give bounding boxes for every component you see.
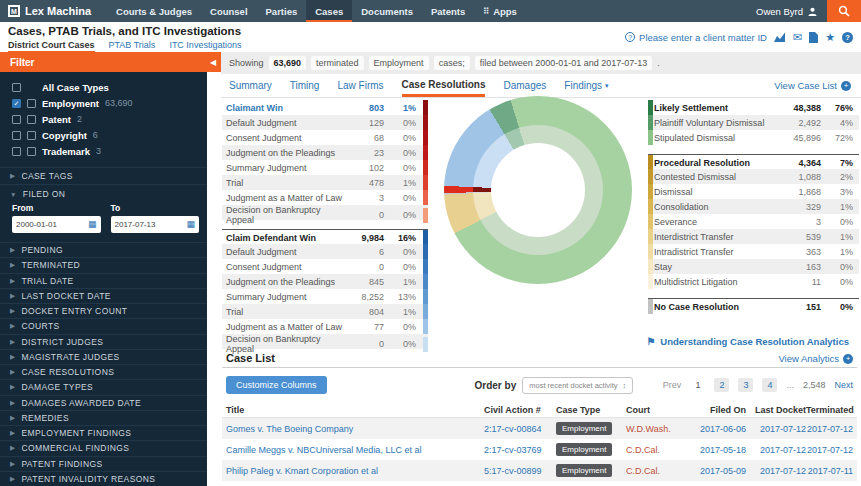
resolution-row-contested-dismissal[interactable]: Contested Dismissal1,0882% (648, 169, 859, 184)
order-by-select[interactable]: most recent docket activity ↕ (522, 377, 633, 394)
brand-logo[interactable]: M Lex Machina (8, 5, 91, 17)
case-type-trademark[interactable]: Trademark3 (0, 143, 207, 159)
resolution-row-interdistrict-transfer[interactable]: Interdistrict Transfer5391% (648, 229, 859, 244)
resolution-row-default-judgment[interactable]: Default Judgment1290% (222, 115, 428, 130)
pagination-prev[interactable]: Prev (663, 380, 682, 390)
civil-action-link[interactable]: 2:17-cv-03769 (484, 445, 556, 455)
calendar-icon[interactable]: ▦ (88, 220, 97, 229)
filed-from-input[interactable]: 2000-01-01 ▦ (12, 216, 101, 233)
resolution-row-decision-on-bankruptcy-appeal[interactable]: Decision on Bankruptcy Appeal00% (222, 334, 428, 349)
search-button[interactable] (827, 0, 861, 22)
resolution-row-stipulated-dismissal[interactable]: Stipulated Dismissal45,89672% (648, 130, 859, 145)
nav-item-counsel[interactable]: Counsel (201, 0, 256, 22)
case-title-link[interactable]: Philip Paleg v. Kmart Corporation et al (226, 466, 484, 476)
resolution-row-consent-judgment[interactable]: Consent Judgment00% (222, 259, 428, 274)
email-icon[interactable]: ✉ (793, 32, 802, 43)
sidebar-section-last-docket-date[interactable]: ▶LAST DOCKET DATE (0, 288, 207, 303)
nav-item-courts-judges[interactable]: Courts & Judges (107, 0, 201, 22)
resolution-row-summary-judgment[interactable]: Summary Judgment8,25213% (222, 289, 428, 304)
case-type-copyright[interactable]: Copyright6 (0, 127, 207, 143)
sidebar-section-pending[interactable]: ▶PENDING (0, 242, 207, 257)
court-link[interactable]: C.D.Cal. (626, 445, 688, 455)
court-link[interactable]: C.D.Cal. (626, 466, 688, 476)
filter-chip-terminated[interactable]: terminated (311, 56, 364, 70)
sidebar-section-magistrate-judges[interactable]: ▶MAGISTRATE JUDGES (0, 349, 207, 364)
customize-columns-button[interactable]: Customize Columns (226, 376, 327, 394)
case-title-link[interactable]: Camille Meggs v. NBCUniversal Media, LLC… (226, 445, 484, 455)
filed-on-header[interactable]: ▼ FILED ON (0, 185, 207, 202)
terminated-link[interactable]: 2017-07-12 (806, 445, 853, 455)
understanding-analytics-link[interactable]: ⚑ Understanding Case Resolution Analytic… (646, 336, 849, 347)
view-analytics-link[interactable]: View Analytics + (778, 353, 853, 364)
case-resolutions-donut-chart[interactable] (444, 96, 632, 284)
tab-summary[interactable]: Summary (229, 74, 272, 97)
include-checkbox[interactable] (12, 83, 21, 92)
sidebar-section-damages-awarded-date[interactable]: ▶DAMAGES AWARDED DATE (0, 395, 207, 410)
resolution-group-claim-defendant-win[interactable]: Claim Defendant Win9,98416% (222, 229, 428, 244)
resolution-row-plaintiff-voluntary-dismissal[interactable]: Plaintiff Voluntary Dismissal2,4924% (648, 115, 859, 130)
sidebar-section-employment-findings[interactable]: ▶EMPLOYMENT FINDINGS (0, 425, 207, 440)
sidebar-section-case-resolutions[interactable]: ▶CASE RESOLUTIONS (0, 364, 207, 379)
nav-item-parties[interactable]: Parties (257, 0, 307, 22)
sidebar-section-patent-invalidity-reasons[interactable]: ▶PATENT INVALIDITY REASONS (0, 471, 207, 486)
nav-item-documents[interactable]: Documents (352, 0, 422, 22)
terminated-link[interactable]: 2017-07-11 (806, 466, 853, 476)
filed-to-input[interactable]: 2017-07-13 ▦ (111, 216, 200, 233)
resolution-group-likely-settlement[interactable]: Likely Settlement48,38876% (648, 100, 859, 115)
case-title-link[interactable]: Gomes v. The Boeing Company (226, 424, 484, 434)
resolution-group-no-case-resolution[interactable]: No Case Resolution1510% (648, 298, 859, 313)
pagination-page-2[interactable]: 2 (714, 378, 729, 392)
last-docket-link[interactable]: 2017-07-12 (746, 466, 806, 476)
resolution-row-intradistrict-transfer[interactable]: Intradistrict Transfer3631% (648, 244, 859, 259)
case-type-employment[interactable]: ✓Employment63,690 (0, 95, 207, 111)
resolution-group-procedural-resolution[interactable]: Procedural Resolution4,3647% (648, 154, 859, 169)
include-checkbox[interactable] (12, 115, 21, 124)
exclude-checkbox[interactable] (27, 147, 36, 156)
resolution-row-judgment-on-the-pleadings[interactable]: Judgment on the Pleadings8451% (222, 274, 428, 289)
terminated-link[interactable]: 2017-07-12 (806, 424, 853, 434)
last-docket-link[interactable]: 2017-07-12 (746, 445, 806, 455)
resolution-row-judgment-as-a-matter-of-law[interactable]: Judgment as a Matter of Law770% (222, 319, 428, 334)
exclude-checkbox[interactable] (27, 115, 36, 124)
sidebar-section-terminated[interactable]: ▶TERMINATED (0, 257, 207, 272)
sidebar-section-remedies[interactable]: ▶REMEDIES (0, 410, 207, 425)
filed-on-link[interactable]: 2017-05-18 (688, 445, 746, 455)
last-docket-link[interactable]: 2017-07-12 (746, 424, 806, 434)
sidebar-section-commercial-findings[interactable]: ▶COMMERCIAL FINDINGS (0, 440, 207, 455)
civil-action-link[interactable]: 2:17-cv-00864 (484, 424, 556, 434)
resolution-row-dismissal[interactable]: Dismissal1,8683% (648, 184, 859, 199)
resolution-row-trial[interactable]: Trial4781% (222, 175, 428, 190)
sidebar-section-trial-date[interactable]: ▶TRIAL DATE (0, 273, 207, 288)
sidebar-section-damage-types[interactable]: ▶DAMAGE TYPES (0, 379, 207, 394)
nav-item-apps[interactable]: ⠿Apps (474, 0, 526, 22)
resolution-row-trial[interactable]: Trial8041% (222, 304, 428, 319)
calendar-icon[interactable]: ▦ (186, 220, 195, 229)
case-type-all-case-types[interactable]: All Case Types (0, 79, 207, 95)
resolution-row-consent-judgment[interactable]: Consent Judgment680% (222, 130, 428, 145)
case-type-patent[interactable]: Patent2 (0, 111, 207, 127)
help-icon[interactable]: ? (842, 32, 853, 43)
view-case-list-link[interactable]: View Case List + (774, 74, 851, 97)
filter-chip-cases[interactable]: cases; (434, 56, 470, 70)
sidebar-section-case-tags[interactable]: ▶ CASE TAGS (0, 167, 207, 184)
tab-timing[interactable]: Timing (290, 74, 320, 97)
resolution-row-judgment-on-the-pleadings[interactable]: Judgment on the Pleadings230% (222, 145, 428, 160)
sidebar-section-courts[interactable]: ▶COURTS (0, 318, 207, 333)
pagination-next[interactable]: Next (834, 380, 853, 390)
resolution-row-stay[interactable]: Stay1630% (648, 259, 859, 274)
nav-item-patents[interactable]: Patents (422, 0, 474, 22)
pagination-page-3[interactable]: 3 (738, 378, 753, 392)
collapse-filter-button[interactable]: ◀ (205, 58, 221, 67)
resolution-row-decision-on-bankruptcy-appeal[interactable]: Decision on Bankruptcy Appeal00% (222, 205, 428, 220)
court-link[interactable]: W.D.Wash. (626, 424, 688, 434)
analytics-chart-icon[interactable] (774, 32, 786, 42)
pagination-page-1[interactable]: 1 (690, 378, 705, 392)
exclude-checkbox[interactable] (27, 131, 36, 140)
pagination-last-page[interactable]: 2,548 (803, 380, 826, 390)
resolution-row-severance[interactable]: Severance30% (648, 214, 859, 229)
sidebar-section-docket-entry-count[interactable]: ▶DOCKET ENTRY COUNT (0, 303, 207, 318)
resolution-row-summary-judgment[interactable]: Summary Judgment1020% (222, 160, 428, 175)
resolution-group-claimant-win[interactable]: Claimant Win8031% (222, 100, 428, 115)
exclude-checkbox[interactable] (27, 99, 36, 108)
resolution-row-default-judgment[interactable]: Default Judgment60% (222, 244, 428, 259)
